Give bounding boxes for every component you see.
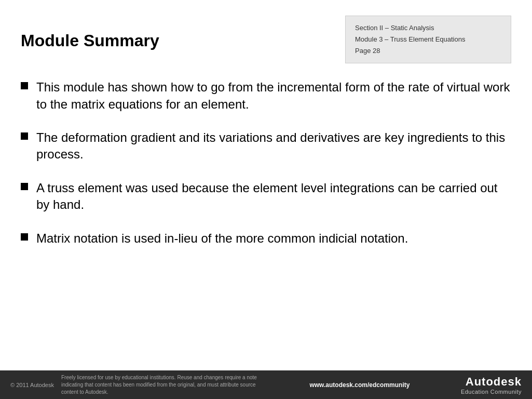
bullet-list: This module has shown how to go from the… xyxy=(21,79,511,247)
list-item: Matrix notation is used in-lieu of the m… xyxy=(21,230,511,247)
main-container: Module Summary Section II – Static Analy… xyxy=(0,0,532,399)
list-item: A truss element was used because the ele… xyxy=(21,180,511,214)
footer-license: Freely licensed for use by educational i… xyxy=(61,374,258,396)
footer-left: © 2011 Autodesk Freely licensed for use … xyxy=(10,374,258,396)
list-item: The deformation gradient and its variati… xyxy=(21,129,511,163)
bullet-icon xyxy=(21,132,28,140)
footer: © 2011 Autodesk Freely licensed for use … xyxy=(0,370,532,399)
section-info-box: Section II – Static Analysis Module 3 – … xyxy=(345,16,511,63)
module-line: Module 3 – Truss Element Equations xyxy=(355,34,501,45)
footer-brand: Autodesk Education Community xyxy=(461,375,522,395)
bullet-icon xyxy=(21,183,28,190)
module-title: Module Summary xyxy=(21,31,159,50)
bullet-text-3: A truss element was used because the ele… xyxy=(36,180,511,214)
bullet-text-1: This module has shown how to go from the… xyxy=(36,79,511,113)
header-row: Module Summary Section II – Static Analy… xyxy=(21,16,511,63)
bullet-text-4: Matrix notation is used in-lieu of the m… xyxy=(36,230,408,247)
bullet-text-2: The deformation gradient and its variati… xyxy=(36,129,511,163)
page-line: Page 28 xyxy=(355,45,501,57)
footer-url[interactable]: www.autodesk.com/edcommunity xyxy=(309,381,410,389)
footer-education-label: Education Community xyxy=(461,389,522,395)
footer-copyright: © 2011 Autodesk xyxy=(10,382,54,388)
bullet-icon xyxy=(21,82,28,89)
list-item: This module has shown how to go from the… xyxy=(21,79,511,113)
section-line: Section II – Static Analysis xyxy=(355,22,501,34)
footer-autodesk-label: Autodesk xyxy=(466,375,522,389)
bullet-icon xyxy=(21,233,28,241)
